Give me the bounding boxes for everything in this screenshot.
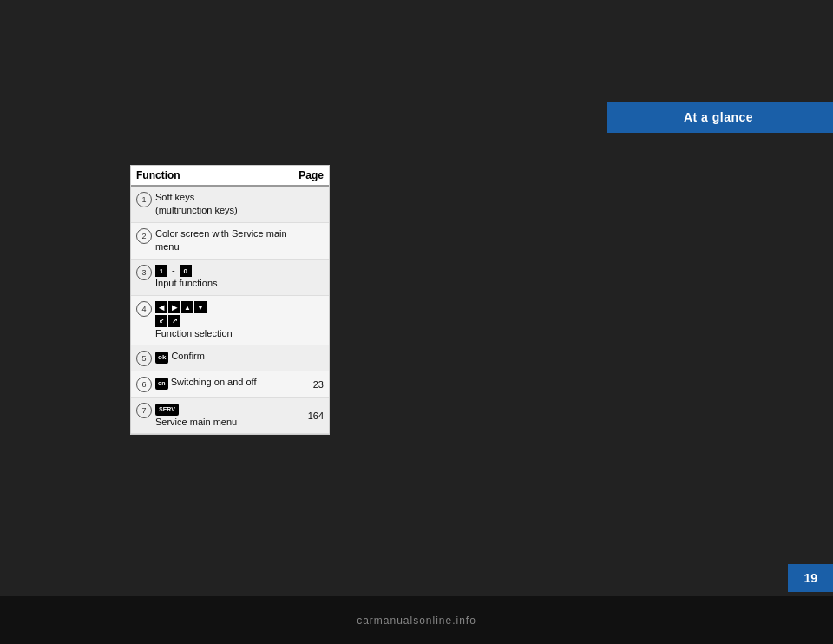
row-num-4: 4 xyxy=(136,301,152,317)
row-content-1: Soft keys(multifunction keys) xyxy=(155,191,298,218)
ok-icon: ok xyxy=(155,352,168,364)
key-1-icon: 1 xyxy=(155,265,167,277)
table-row: 6 on Switching on and off 23 xyxy=(131,371,329,398)
at-a-glance-tab: At a glance xyxy=(607,102,833,133)
row-page-6: 23 xyxy=(298,379,324,390)
arrow-down-icon xyxy=(194,301,207,313)
table-row: 5 ok Confirm xyxy=(131,345,329,371)
row-content-2: Color screen with Service main menu xyxy=(155,227,298,254)
row-content-4: Function selection xyxy=(155,300,298,341)
page-number: 19 xyxy=(803,571,817,585)
row-num-7: 7 xyxy=(136,403,152,418)
arrow-right-icon xyxy=(168,301,180,313)
arrow-left-icon xyxy=(155,301,167,313)
service-main-menu-label: Service main menu xyxy=(155,417,237,427)
arrow-up-icon xyxy=(181,301,193,313)
key-0-icon: 0 xyxy=(180,265,192,277)
col-page-header: Page xyxy=(289,169,324,181)
page-number-badge: 19 xyxy=(788,564,833,592)
serv-icon: SERV xyxy=(155,404,179,416)
arrow-dr-icon xyxy=(168,315,180,327)
row-num-3: 3 xyxy=(136,265,152,280)
table-row: 4 Function selection xyxy=(131,296,329,346)
function-table: Function Page 1 Soft keys(multifunction … xyxy=(130,165,330,435)
row-page-7: 164 xyxy=(298,411,324,421)
table-row: 1 Soft keys(multifunction keys) xyxy=(131,187,329,223)
switching-label: Switching on and off xyxy=(171,377,257,387)
confirm-label: Confirm xyxy=(171,351,205,361)
table-row: 2 Color screen with Service main menu xyxy=(131,223,329,260)
arrow-dl-icon xyxy=(155,315,167,327)
function-selection-label: Function selection xyxy=(155,328,233,338)
table-header: Function Page xyxy=(131,166,329,187)
row-num-2: 2 xyxy=(136,228,152,244)
logo-text: carmanualsonline.info xyxy=(357,614,476,627)
col-function-header: Function xyxy=(136,169,289,181)
table-row: 3 1 - 0 Input functions xyxy=(131,260,329,296)
row-content-3: 1 - 0 Input functions xyxy=(155,264,298,291)
row-content-7: SERV Service main menu xyxy=(155,402,298,429)
table-row: 7 SERV Service main menu 164 xyxy=(131,398,329,434)
row-content-5: ok Confirm xyxy=(155,350,298,364)
page-background xyxy=(0,0,833,644)
row-num-6: 6 xyxy=(136,377,152,392)
at-a-glance-label: At a glance xyxy=(684,110,753,124)
footer-logo-bar: carmanualsonline.info xyxy=(0,596,833,644)
row-content-6: on Switching on and off xyxy=(155,376,298,390)
row-num-5: 5 xyxy=(136,351,152,366)
on-icon: on xyxy=(155,378,168,390)
input-functions-label: Input functions xyxy=(155,278,218,288)
row-num-1: 1 xyxy=(136,192,152,207)
